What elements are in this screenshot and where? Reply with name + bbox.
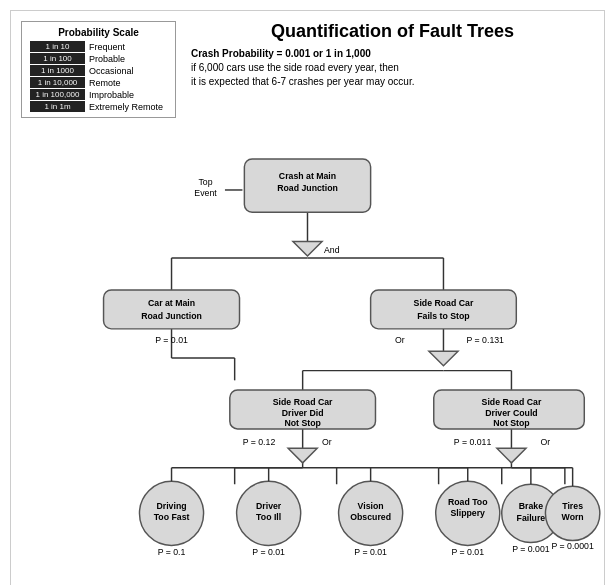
svg-text:Vision: Vision	[358, 501, 384, 511]
prob-label-4: Remote	[89, 78, 121, 88]
mid-right-prob: P = 0.011	[454, 437, 492, 447]
prob-value-4: 1 in 10,000	[30, 77, 85, 88]
svg-text:Worn: Worn	[562, 512, 584, 522]
or-gate3-symbol	[497, 448, 526, 463]
svg-text:Driver Could: Driver Could	[485, 408, 537, 418]
svg-text:Road Junction: Road Junction	[141, 311, 202, 321]
svg-text:Tires: Tires	[562, 501, 583, 511]
leaf6-prob: P = 0.0001	[551, 541, 593, 551]
svg-text:Side Road Car: Side Road Car	[414, 298, 474, 308]
leaf2-prob: P = 0.01	[252, 547, 285, 557]
top-event-label2: Event	[194, 188, 217, 198]
svg-text:Slippery: Slippery	[451, 508, 486, 518]
prob-value-2: 1 in 100	[30, 53, 85, 64]
leaf3-prob: P = 0.01	[354, 547, 387, 557]
main-title: Quantification of Fault Trees	[191, 21, 594, 42]
prob-row-2: 1 in 100 Probable	[30, 53, 167, 64]
prob-value-5: 1 in 100,000	[30, 89, 85, 100]
prob-row-1: 1 in 10 Frequent	[30, 41, 167, 52]
and-gate-label: And	[324, 245, 340, 255]
title-block: Quantification of Fault Trees Crash Prob…	[191, 21, 594, 89]
top-event-label: Top	[198, 177, 212, 187]
prob-label-6: Extremely Remote	[89, 102, 163, 112]
svg-text:Obscured: Obscured	[350, 512, 391, 522]
right-prob: P = 0.131	[466, 335, 504, 345]
right-node-rect	[371, 290, 517, 329]
svg-text:Driver: Driver	[256, 501, 282, 511]
prob-row-5: 1 in 100,000 Improbable	[30, 89, 167, 100]
svg-text:Driver Did: Driver Did	[282, 408, 324, 418]
prob-table: 1 in 10 Frequent 1 in 100 Probable 1 in …	[30, 41, 167, 112]
svg-text:Road Junction: Road Junction	[277, 183, 338, 193]
svg-text:Side Road Car: Side Road Car	[482, 397, 542, 407]
fault-tree-diagram: Top Event Crash at Main Road Junction An…	[21, 128, 594, 585]
svg-text:Failure: Failure	[517, 513, 546, 523]
page-container: Probability Scale 1 in 10 Frequent 1 in …	[10, 10, 605, 585]
header-row: Probability Scale 1 in 10 Frequent 1 in …	[21, 21, 594, 118]
svg-text:Fails to Stop: Fails to Stop	[417, 311, 469, 321]
svg-text:Not Stop: Not Stop	[284, 418, 320, 428]
or-gate1-symbol	[429, 351, 458, 366]
svg-text:Car at Main: Car at Main	[148, 298, 195, 308]
or-gate2-symbol	[288, 448, 317, 463]
crash-prob-line2: if 6,000 cars use the side road every ye…	[191, 62, 399, 73]
crash-prob-line3: it is expected that 6-7 crashes per year…	[191, 76, 414, 87]
prob-value-3: 1 in 1000	[30, 65, 85, 76]
left-prob: P = 0.01	[155, 335, 188, 345]
prob-value-6: 1 in 1m	[30, 101, 85, 112]
prob-label-3: Occasional	[89, 66, 134, 76]
prob-row-6: 1 in 1m Extremely Remote	[30, 101, 167, 112]
svg-text:Road Too: Road Too	[448, 497, 488, 507]
svg-text:Crash at Main: Crash at Main	[279, 171, 336, 181]
and-gate-symbol	[293, 241, 322, 256]
prob-label-2: Probable	[89, 54, 125, 64]
or2-label: Or	[322, 437, 332, 447]
prob-label-1: Frequent	[89, 42, 125, 52]
or1-label: Or	[395, 335, 405, 345]
or3-label: Or	[541, 437, 551, 447]
svg-text:Brake: Brake	[519, 501, 543, 511]
mid-left-prob: P = 0.12	[243, 437, 276, 447]
prob-value-1: 1 in 10	[30, 41, 85, 52]
prob-label-5: Improbable	[89, 90, 134, 100]
svg-text:Too Ill: Too Ill	[256, 512, 281, 522]
crash-info: Crash Probability = 0.001 or 1 in 1,000 …	[191, 47, 594, 89]
svg-text:Not Stop: Not Stop	[493, 418, 529, 428]
leaf5-prob: P = 0.001	[512, 544, 550, 554]
leaf4-prob: P = 0.01	[451, 547, 484, 557]
prob-row-3: 1 in 1000 Occasional	[30, 65, 167, 76]
tree-svg: Top Event Crash at Main Road Junction An…	[21, 128, 594, 585]
prob-scale-title: Probability Scale	[30, 27, 167, 38]
svg-text:Side Road Car: Side Road Car	[273, 397, 333, 407]
left-node-rect	[104, 290, 240, 329]
leaf1-prob: P = 0.1	[158, 547, 186, 557]
svg-text:Too Fast: Too Fast	[154, 512, 190, 522]
crash-prob-line1: Crash Probability = 0.001 or 1 in 1,000	[191, 48, 371, 59]
probability-scale: Probability Scale 1 in 10 Frequent 1 in …	[21, 21, 176, 118]
svg-text:Driving: Driving	[156, 501, 186, 511]
prob-row-4: 1 in 10,000 Remote	[30, 77, 167, 88]
